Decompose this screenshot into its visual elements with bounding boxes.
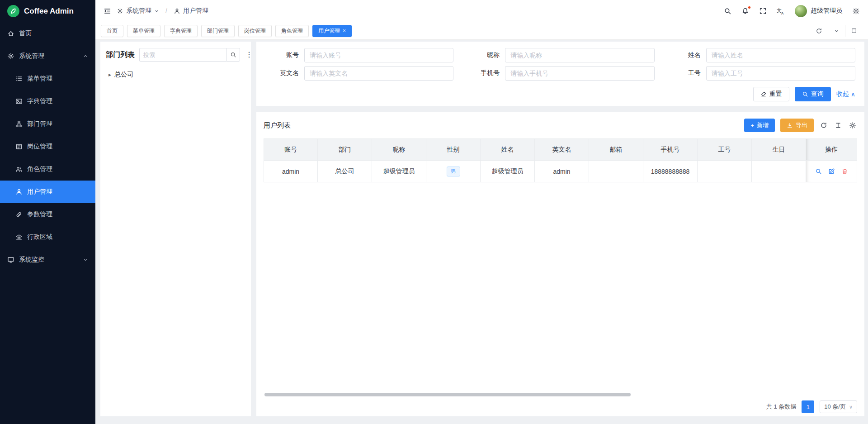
add-user-button[interactable]: + 新增 [744,119,775,132]
tab-label: 岗位管理 [244,27,266,35]
edit-row-icon[interactable] [828,168,835,175]
paperclip-icon [15,211,23,218]
user-menu[interactable]: 超级管理员 [795,5,842,17]
department-search-input[interactable] [139,48,226,62]
badge-icon [15,143,23,150]
sidebar-item-post-mgmt[interactable]: 岗位管理 [0,135,95,158]
tab-label: 字典管理 [170,27,192,35]
field-label: 手机号 [466,69,505,77]
export-button[interactable]: 导出 [780,119,814,132]
sidebar-item-label: 系统管理 [19,52,44,60]
table-settings-gear-icon[interactable] [848,121,857,130]
department-search-button[interactable] [226,48,240,62]
fullscreen-icon[interactable] [759,7,767,15]
search-icon[interactable] [724,7,731,15]
search-icon [230,52,236,58]
refresh-icon[interactable] [819,121,828,130]
refresh-icon[interactable] [810,25,828,37]
nickname-input[interactable] [505,48,654,62]
chevron-up-icon: ∧ [851,91,855,98]
translate-icon[interactable]: 文A [777,7,785,15]
field-account: 账号 [265,48,453,62]
svg-text:A: A [781,11,784,15]
tab-user-mgmt[interactable]: 用户管理 × [312,25,352,37]
tab-post-mgmt[interactable]: 岗位管理 [238,25,272,37]
col-phone: 手机号 [643,139,698,160]
column-height-icon[interactable] [834,121,843,130]
delete-row-icon[interactable] [841,168,848,175]
col-account: 账号 [264,139,318,160]
field-phone: 手机号 [466,66,654,81]
sidebar-item-region-mgmt[interactable]: 行政区域 [0,226,95,248]
breadcrumb-separator: / [165,7,167,14]
tab-menu-mgmt[interactable]: 菜单管理 [127,25,160,37]
view-row-icon[interactable] [815,168,822,175]
tab-dict-mgmt[interactable]: 字典管理 [164,25,198,37]
tab-label: 角色管理 [281,27,303,35]
tab-dept-mgmt[interactable]: 部门管理 [201,25,235,37]
page-number-button[interactable]: 1 [802,400,814,413]
sidebar-item-monitor[interactable]: 系统监控 [0,248,95,271]
maximize-icon[interactable] [845,25,863,37]
close-icon[interactable]: × [343,28,346,33]
table-title: 用户列表 [264,121,291,130]
avatar [795,5,807,17]
coffee-logo-icon [7,5,19,17]
account-input[interactable] [304,48,453,62]
sidebar-item-param-mgmt[interactable]: 参数管理 [0,203,95,226]
tab-role-mgmt[interactable]: 角色管理 [275,25,309,37]
cell-dept: 总公司 [318,161,372,182]
pagination: 共 1 条数据 1 10 条/页 ∨ [766,400,857,413]
col-nickname: 昵称 [372,139,426,160]
collapse-sidebar-icon[interactable] [104,7,111,15]
breadcrumb-system[interactable]: 系统管理 [117,7,159,15]
field-label: 工号 [667,69,706,77]
more-icon[interactable]: ⋮ [245,51,254,58]
main-area: 账号 昵称 姓名 英文名 手机号 [256,42,864,416]
sidebar-item-role-mgmt[interactable]: 角色管理 [0,158,95,181]
collapse-filters-link[interactable]: 收起 ∧ [836,90,855,98]
sidebar-item-label: 角色管理 [27,165,52,173]
sidebar-item-system[interactable]: 系统管理 [0,45,95,67]
breadcrumb-user-mgmt[interactable]: 用户管理 [174,7,208,15]
department-panel-title: 部门列表 [106,50,135,60]
reset-button[interactable]: 重置 [753,87,789,101]
sidebar-item-label: 系统监控 [19,256,44,264]
cell-nickname: 超级管理员 [372,161,426,182]
cell-en-name: admin [535,161,589,182]
horizontal-scrollbar[interactable] [264,393,631,396]
department-search [139,48,240,62]
settings-gear-icon[interactable] [852,7,860,15]
sidebar-item-dept-mgmt[interactable]: 部门管理 [0,113,95,135]
col-gender: 性别 [426,139,481,160]
col-actions: 操作 [806,139,857,160]
tabs-dropdown-chevron-icon[interactable] [828,25,845,37]
cell-name: 超级管理员 [481,161,535,182]
notification-bell-icon[interactable] [741,7,749,15]
en-name-input[interactable] [304,66,453,81]
notification-dot [748,6,751,9]
top-header: 系统管理 / 用户管理 文A 超级管理员 [95,0,868,22]
sidebar-item-label: 菜单管理 [27,75,52,83]
page-size-select[interactable]: 10 条/页 ∨ [820,400,857,413]
sidebar-item-menu-mgmt[interactable]: 菜单管理 [0,67,95,90]
sidebar-item-label: 行政区域 [27,233,52,241]
query-button[interactable]: 查询 [795,87,831,101]
caret-right-icon[interactable]: ▸ [108,71,111,78]
sidebar-item-home[interactable]: 首页 [0,22,95,45]
field-label: 账号 [265,51,304,59]
sidebar-item-user-mgmt[interactable]: 用户管理 [0,181,95,203]
chevron-down-icon [154,9,159,14]
tab-home[interactable]: 首页 [101,25,123,37]
name-input[interactable] [706,48,855,62]
people-icon [15,166,23,173]
tab-label: 菜单管理 [133,27,155,35]
phone-input[interactable] [505,66,654,81]
sidebar-item-dict-mgmt[interactable]: 字典管理 [0,90,95,113]
tree-node-label: 总公司 [114,71,133,79]
tree-node-company[interactable]: ▸ 总公司 [106,69,245,81]
field-job-no: 工号 [667,66,855,81]
home-icon [7,30,14,37]
col-en-name: 英文名 [535,139,589,160]
job-no-input[interactable] [706,66,855,81]
